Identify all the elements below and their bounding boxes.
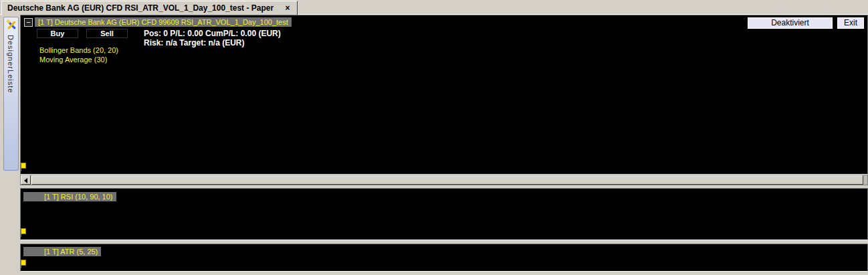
designer-leiste-label: DesignerLeiste	[7, 35, 15, 93]
risk-stats: Risk: n/a Target: n/a (EUR)	[144, 38, 244, 48]
rsi-axis-dates	[20, 230, 868, 240]
buy-button[interactable]: Buy	[37, 29, 78, 38]
tab-bar: Deutsche Bank AG (EUR) CFD RSI_ATR_VOL_1…	[0, 0, 868, 15]
atr-line-swatch	[27, 252, 40, 253]
tab-chart[interactable]: Deutsche Bank AG (EUR) CFD RSI_ATR_VOL_1…	[1, 1, 298, 15]
left-gutter: DesignerLeiste	[0, 15, 20, 275]
sell-button[interactable]: Sell	[86, 29, 128, 38]
deactivate-button[interactable]: Deaktiviert	[748, 17, 833, 29]
tab-close-icon[interactable]: ×	[285, 3, 290, 13]
designer-leiste-button[interactable]: DesignerLeiste	[3, 17, 19, 171]
atr-axis-dates	[20, 261, 868, 272]
chart-title-chip: [1 T] Deutsche Bank AG (EUR) CFD 99609 R…	[35, 17, 292, 27]
rsi-chart[interactable]	[20, 188, 868, 230]
tab-title: Deutsche Bank AG (EUR) CFD RSI_ATR_VOL_1…	[7, 3, 274, 13]
price-axis-dates	[20, 164, 868, 175]
legend-bollinger: Bollinger Bands (20, 20)	[22, 46, 118, 54]
rsi-line-swatch	[27, 197, 40, 198]
moving-average-line-swatch	[22, 60, 35, 61]
exit-button[interactable]: Exit	[837, 17, 864, 29]
pin-icon[interactable]	[21, 228, 26, 234]
rsi-legend-chip: [1 T] RSI (10, 90, 10)	[23, 192, 116, 201]
atr-legend-chip: [1 T] ATR (5, 25)	[23, 247, 101, 256]
collapse-button[interactable]: −	[24, 18, 33, 27]
pin-icon[interactable]	[21, 260, 26, 266]
bollinger-line-swatch	[22, 50, 35, 52]
pin-icon[interactable]	[21, 163, 26, 169]
position-stats: Pos: 0 P/L: 0.00 CumP/L: 0.00 (EUR)	[144, 29, 281, 38]
chart-scrollbar[interactable]	[20, 175, 868, 185]
scroll-left-arrow[interactable]	[21, 175, 31, 185]
scrollbar-thumb[interactable]	[31, 175, 863, 185]
trading-workspace: Deutsche Bank AG (EUR) CFD RSI_ATR_VOL_1…	[0, 0, 868, 275]
tools-icon	[6, 19, 17, 31]
legend-moving-average: Moving Average (30)	[22, 56, 107, 64]
